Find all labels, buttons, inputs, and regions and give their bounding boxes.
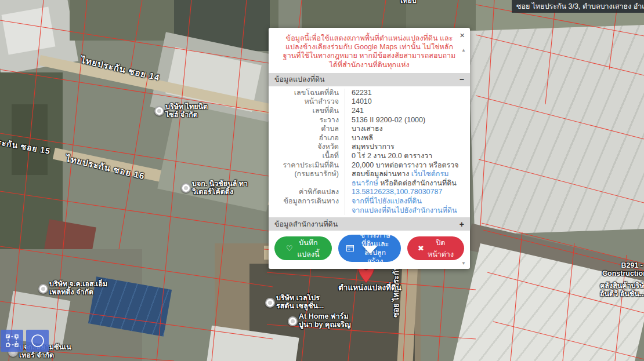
draw-circle-button[interactable] — [26, 330, 49, 352]
poi-marker[interactable] — [288, 316, 298, 326]
poi-dot — [41, 287, 45, 291]
poi-marker[interactable] — [265, 298, 275, 308]
field-value: 20,000 บาทต่อตารางวา หรือตรวจสอบข้อมูลผ่… — [345, 161, 465, 188]
collapse-icon[interactable]: − — [460, 75, 464, 83]
field-label: ค่าพิกัดแปลง — [269, 188, 345, 197]
coordinates-link[interactable]: 13.58126238,100.78030787 — [352, 188, 442, 196]
field-value: สมุทรปราการ — [345, 143, 395, 152]
table-row: เลขโฉนดที่ดิน62231 — [269, 89, 465, 98]
parcel-data-table: เลขโฉนดที่ดิน62231 หน้าสำรวจ14010 เลขที่… — [269, 86, 470, 217]
poi-marker[interactable] — [181, 183, 191, 193]
table-row: จังหวัดสมุทรปราการ — [269, 143, 465, 152]
poi-marker[interactable] — [154, 106, 164, 116]
poi-label: At Home ฟาร์มปูนา by คุณจริญ — [299, 313, 351, 329]
table-row-price: ราคาประเมินที่ดิน(กรมธนารักษ์) 20,000 บา… — [269, 161, 465, 188]
field-label: ราคาประเมินที่ดิน(กรมธนารักษ์) — [269, 161, 345, 188]
poi-label: บริษัท จ.ค.เอส.เอ็มเพลทติ้ง จำกัด — [49, 280, 107, 296]
poi-label: บจก. นิวชัยนล์ ทาวิเตอร์โค้ตติ้ง — [192, 180, 248, 196]
field-label: เลขโฉนดที่ดิน — [269, 89, 345, 98]
scroll-down-icon[interactable]: ▼ — [461, 261, 466, 266]
field-label: อำเภอ — [269, 134, 345, 143]
field-value: 13.58126238,100.78030787 — [345, 188, 442, 197]
table-row: ระวาง5136 II 9200-02 (1000) — [269, 116, 465, 125]
poi-dot — [291, 319, 295, 323]
field-label: ระวาง — [269, 116, 345, 125]
circle-icon — [30, 333, 45, 348]
field-value: จากที่นี่ไปยังแปลงที่ดิน จากแปลงที่ดินไป… — [345, 197, 457, 215]
table-row: เลขที่ดิน241 — [269, 107, 465, 116]
field-label: ข้อมูลการเดินทาง — [269, 197, 345, 215]
disclaimer-text: ข้อมูลนี้เพื่อใช้แสดงสภาพพื้นที่ตำแหน่งแ… — [269, 28, 470, 73]
section-title: ข้อมูลสำนักงานที่ดิน — [274, 218, 338, 230]
draw-polygon-button[interactable] — [1, 330, 23, 352]
field-label: จังหวัด — [269, 143, 345, 152]
scroll-up-icon[interactable]: ▲ — [461, 48, 466, 53]
field-value: 5136 II 9200-02 (1000) — [345, 116, 425, 125]
poi-label: บริษัท เวลโปรรสตัน เซลูชั่น... — [276, 294, 324, 310]
field-value: 62231 — [345, 89, 372, 98]
table-row-travel: ข้อมูลการเดินทาง จากที่นี่ไปยังแปลงที่ดิ… — [269, 197, 465, 215]
address-bar: ซอย ไทยประกัน 3/3, ตำบลบางเสาธง อำเภอบ — [512, 0, 644, 13]
field-value: 0 ไร่ 2 งาน 20.0 ตารางวา — [345, 152, 432, 161]
poi-dot — [157, 109, 161, 113]
poi-marker[interactable] — [38, 284, 48, 294]
poi-label: บริษัท ไทยนิตไซฮ์ จำกัด — [165, 103, 208, 119]
field-label: เลขที่ดิน — [269, 107, 345, 116]
field-value: บางเสาธง — [345, 125, 383, 134]
save-parcel-button[interactable]: ♡ บันทึกแปลงนี้ — [274, 236, 332, 260]
field-value: บางพลี — [345, 134, 373, 143]
tax-card-icon — [346, 245, 354, 251]
field-value: 14010 — [345, 97, 372, 107]
table-row: หน้าสำรวจ14010 — [269, 97, 465, 107]
table-row: ตำบลบางเสาธง — [269, 125, 465, 134]
field-label: เนื้อที่ — [269, 152, 345, 161]
poi-dot — [268, 301, 272, 305]
close-window-button[interactable]: ✖ ปิดหน้าต่าง — [407, 236, 464, 260]
table-row-coordinates: ค่าพิกัดแปลง 13.58126238,100.78030787 — [269, 188, 465, 197]
heart-icon: ♡ — [286, 245, 293, 252]
route-to-parcel-link[interactable]: จากที่นี่ไปยังแปลงที่ดิน — [352, 197, 422, 205]
route-to-office-link[interactable]: จากแปลงที่ดินไปยังสำนักงานที่ดิน — [352, 206, 457, 214]
field-label: ตำบล — [269, 125, 345, 134]
section-header-parcel[interactable]: ข้อมูลแปลงที่ดิน − — [269, 73, 470, 86]
poi-label: คลังสินค้าบริษัทอันดีวี อันชัน... — [600, 282, 644, 298]
expand-icon[interactable]: + — [460, 220, 464, 228]
section-title: ข้อมูลแปลงที่ดิน — [274, 74, 325, 85]
parcel-info-popup: × ▲ ▼ ข้อมูลนี้เพื่อใช้แสดงสภาพพื้นที่ตำ… — [269, 28, 470, 269]
poi-label: B291 -Construction C... — [602, 262, 643, 278]
close-icon[interactable]: × — [460, 31, 465, 39]
x-icon: ✖ — [418, 245, 424, 252]
map-canvas[interactable]: ไทยประกัน ซอย 14 ประกัน ซอย 15 ไทยประกัน… — [0, 0, 644, 361]
table-row: อำเภอบางพลี — [269, 134, 465, 143]
poi-dot — [184, 186, 188, 190]
table-row: เนื้อที่0 ไร่ 2 งาน 20.0 ตารางวา — [269, 152, 465, 161]
popup-tail — [363, 246, 378, 254]
field-value: 241 — [345, 107, 364, 116]
section-header-office[interactable]: ข้อมูลสำนักงานที่ดิน + — [269, 217, 470, 231]
polygon-select-icon — [5, 334, 19, 348]
field-label: หน้าสำรวจ — [269, 97, 345, 107]
road-label-top-partial: ไทยป — [399, 0, 417, 5]
